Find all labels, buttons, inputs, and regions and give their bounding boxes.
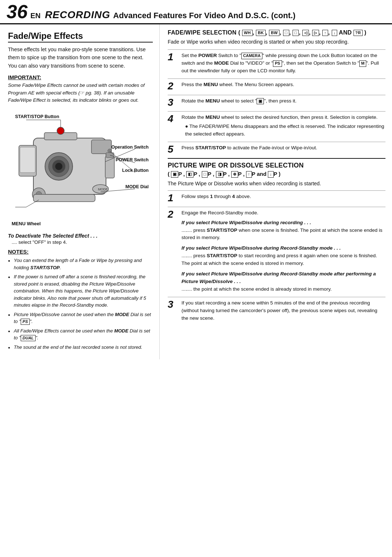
camera-diagram: MODE — [12, 109, 150, 218]
svg-point-4 — [55, 163, 62, 170]
step-5: 5 Press START/STOP to activate the Fade-… — [168, 142, 385, 154]
fade-wipe-intro-text: Fade or Wipe works when video recording … — [168, 38, 385, 46]
fade-wipe-title: Fade/Wipe Effects — [8, 31, 153, 43]
page-number: 36 — [7, 2, 28, 21]
header-subtitle: Advanced Features For Video And D.S.C. (… — [113, 11, 295, 20]
step-3-content: Rotate the MENU wheel to select "▣", the… — [181, 97, 385, 108]
pw-step-2-num: 2 — [168, 209, 178, 293]
note-4: All Fade/Wipe Effects cannot be used whe… — [8, 327, 153, 342]
picture-wipe-steps: 1 Follow steps 1 through 4 above. 2 Enga… — [168, 190, 385, 322]
deactivate-title: To Deactivate The Selected Effect . . . — [8, 233, 153, 239]
notes-label: NOTES: — [8, 249, 153, 255]
step-4-num: 4 — [168, 114, 178, 138]
pw-step-1-content: Follow steps 1 through 4 above. — [181, 193, 385, 203]
main-content: Fade/Wipe Effects These effects let you … — [0, 24, 392, 359]
label-operation-switch: Operation Switch — [111, 145, 149, 150]
note-2: If the power is turned off after a scene… — [8, 273, 153, 309]
left-column: Fade/Wipe Effects These effects let you … — [0, 24, 160, 359]
svg-point-7 — [57, 127, 64, 134]
pw-bullet-1: .... press START/STOP when one scene is … — [181, 227, 383, 241]
deactivate-text: .... select "OFF" in step 4. — [8, 239, 153, 245]
notes-list: You can extend the length of a Fade or W… — [8, 257, 153, 351]
step-1-content: Set the POWER Switch to "CAMERA" while p… — [181, 52, 385, 75]
step-4-content: Rotate the MENU wheel to select the desi… — [181, 114, 385, 138]
picture-wipe-intro: The Picture Wipe or Dissolve works when … — [168, 180, 385, 187]
note-1: You can extend the length of a Fade or W… — [8, 257, 153, 271]
important-section: IMPORTANT: Some Fade/Wipe Effects cannot… — [8, 74, 153, 104]
pw-sub-2: If you select Picture Wipe/Dissolve duri… — [181, 245, 341, 251]
svg-rect-8 — [105, 156, 114, 178]
step-3-num: 3 — [168, 97, 178, 108]
step-4: 4 Rotate the MENU wheel to select the de… — [168, 111, 385, 138]
recording-label: RECORDING — [45, 9, 110, 21]
step-2-content: Press the MENU wheel. The Menu Screen ap… — [181, 81, 385, 91]
label-power-switch: POWER Switch — [116, 157, 149, 162]
important-text: Some Fade/Wipe Effects cannot be used wi… — [8, 82, 153, 104]
fade-wipe-selection-header: FADE/WIPE SELECTION ( Wh, Bk, BW, □, □, … — [168, 29, 385, 36]
pw-step-3: 3 If you start recording a new scene wit… — [168, 297, 385, 322]
pw-step-3-num: 3 — [168, 299, 178, 322]
label-lock-button: Lock Button — [122, 168, 149, 173]
pw-step-3-content: If you start recording a new scene withi… — [181, 299, 385, 322]
step-2-num: 2 — [168, 81, 178, 91]
svg-line-24 — [26, 200, 39, 207]
right-column: FADE/WIPE SELECTION ( Wh, Bk, BW, □, □, … — [160, 24, 392, 359]
step-2: 2 Press the MENU wheel. The Menu Screen … — [168, 78, 385, 91]
page-en: EN — [30, 12, 41, 20]
label-start-stop: START/STOP Button — [15, 114, 60, 119]
pw-bullet-2: .... press START/STOP to start recording… — [181, 253, 377, 266]
pw-step-2: 2 Engage the Record-Standby mode. If you… — [168, 207, 385, 293]
pw-step-2-content: Engage the Record-Standby mode. If you s… — [181, 209, 385, 293]
svg-text:MODE: MODE — [98, 187, 108, 191]
step-5-num: 5 — [168, 144, 178, 154]
menu-wheel-label: MENU Wheel — [12, 221, 153, 226]
svg-rect-15 — [33, 194, 95, 202]
fade-wipe-intro: These effects let you make pro-style sce… — [8, 45, 153, 70]
note-3: Picture Wipe/Dissolve cannot be used whe… — [8, 311, 153, 325]
important-label: IMPORTANT: — [8, 74, 153, 80]
step-1: 1 Set the POWER Switch to "CAMERA" while… — [168, 49, 385, 75]
pw-step-1-num: 1 — [168, 193, 178, 203]
step-5-content: Press START/STOP to activate the Fade-in… — [181, 144, 385, 154]
fade-wipe-selection-section: FADE/WIPE SELECTION ( Wh, Bk, BW, □, □, … — [168, 29, 385, 154]
svg-rect-17 — [20, 147, 35, 173]
label-mode-dial: MODE Dial — [126, 184, 149, 189]
step-1-num: 1 — [168, 52, 178, 75]
pw-bullet-3: .... the point at which the scene ended … — [181, 286, 332, 292]
page-header: 36 EN RECORDING Advanced Features For Vi… — [0, 0, 392, 24]
pw-sub-1: If you select Picture Wipe/Dissolve duri… — [181, 220, 311, 225]
step-3: 3 Rotate the MENU wheel to select "▣", t… — [168, 95, 385, 108]
note-5: The sound at the end of the last recorde… — [8, 344, 153, 351]
picture-wipe-title: PICTURE WIPE OR DISSOLVE SELECTION — [168, 158, 385, 169]
picture-wipe-subtitle: ( ▣P , ◧P , □P , ◨P , ⊕P , ↑P and ↓P ) — [168, 171, 385, 178]
pw-step-1: 1 Follow steps 1 through 4 above. — [168, 190, 385, 203]
fade-wipe-steps: 1 Set the POWER Switch to "CAMERA" while… — [168, 49, 385, 154]
pw-sub-3: If you select Picture Wipe/Dissolve duri… — [181, 271, 376, 284]
